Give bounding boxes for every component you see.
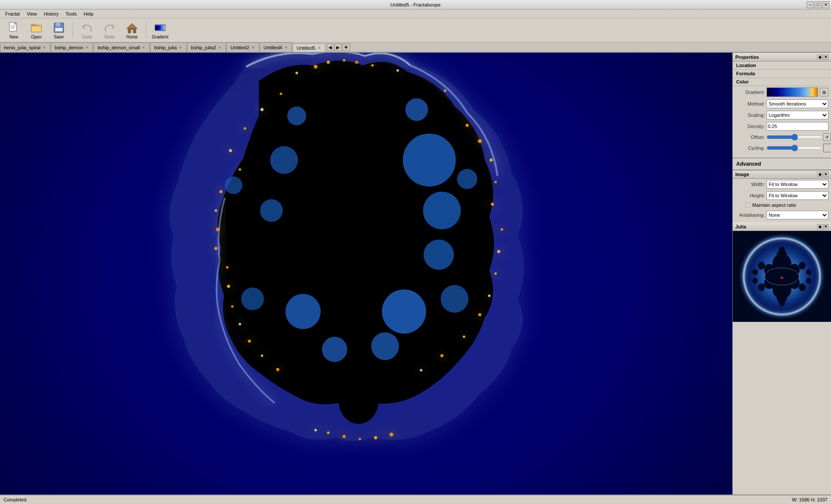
properties-close-button[interactable]: ✕	[823, 55, 828, 60]
location-section[interactable]: Location	[733, 61, 831, 70]
svg-point-99	[799, 283, 806, 291]
height-select[interactable]: Fit to Window 480 600 768 1080	[767, 191, 828, 200]
save-button[interactable]: Save	[48, 20, 69, 41]
svg-point-53	[215, 209, 217, 212]
svg-point-77	[248, 340, 251, 343]
svg-point-47	[390, 433, 393, 437]
julia-close-button[interactable]: ✕	[823, 224, 828, 229]
svg-point-39	[327, 61, 330, 64]
new-button[interactable]: New	[3, 20, 24, 41]
cycling-color-swatch[interactable]	[823, 144, 831, 152]
svg-point-105	[806, 278, 812, 284]
tab-henix-julia-spiral[interactable]: henix_julia_spiral ✕	[0, 42, 50, 52]
tab-navigation: ◀ ▶ +	[326, 42, 351, 52]
svg-point-23	[403, 134, 456, 187]
tab-close-btn[interactable]: ✕	[42, 45, 46, 50]
tab-close-btn[interactable]: ✕	[284, 45, 288, 50]
julia-preview[interactable]	[733, 231, 831, 322]
svg-point-90	[764, 264, 775, 276]
tab-untitled4[interactable]: Untitled4 ✕	[260, 42, 292, 52]
gradient-button[interactable]: Gradient	[150, 20, 171, 41]
save-label: Save	[54, 35, 64, 39]
image-panel-controls: ◆ ✕	[817, 172, 828, 177]
svg-point-57	[396, 69, 399, 72]
maximize-button[interactable]: □	[815, 1, 821, 8]
properties-pin-button[interactable]: ◆	[817, 55, 822, 60]
svg-point-45	[494, 181, 497, 183]
menubar: Fractal View History Tools Help	[0, 10, 831, 18]
image-pin-button[interactable]: ◆	[817, 172, 822, 177]
redo-button[interactable]: Redo	[99, 20, 120, 41]
cycling-slider[interactable]	[767, 144, 822, 151]
svg-rect-14	[155, 25, 165, 30]
menu-view[interactable]: View	[23, 10, 41, 17]
density-input[interactable]	[767, 122, 828, 131]
offset-reset-button[interactable]: ↺	[823, 133, 831, 141]
properties-title: Properties	[735, 55, 759, 60]
svg-point-35	[225, 177, 242, 194]
tab-close-btn[interactable]: ✕	[142, 45, 146, 50]
julia-panel-title: Julia	[735, 224, 746, 229]
fractal-canvas-area[interactable]	[0, 53, 732, 494]
tab-untitled2[interactable]: Untitled2 ✕	[226, 42, 259, 52]
svg-point-70	[244, 127, 246, 130]
svg-point-42	[371, 64, 374, 67]
svg-rect-4	[11, 28, 14, 29]
offset-slider[interactable]	[767, 134, 822, 141]
titlebar: Untitled5 - Fractalscope – □ ✕	[0, 0, 831, 10]
tab-close-btn[interactable]: ✕	[85, 45, 89, 50]
svg-point-28	[382, 289, 426, 334]
tab-close-btn[interactable]: ✕	[251, 45, 255, 50]
svg-point-58	[444, 90, 446, 92]
gradient-row: Gradient:	[733, 86, 831, 98]
svg-point-103	[806, 269, 812, 275]
offset-slider-container: ↺	[767, 133, 831, 141]
tab-bship-demon[interactable]: bship_demon ✕	[51, 42, 93, 52]
tab-prev-button[interactable]: ◀	[327, 43, 334, 51]
tab-bship-demon-small[interactable]: bship_demon_small ✕	[93, 42, 150, 52]
svg-point-44	[490, 158, 493, 161]
svg-point-104	[753, 278, 758, 284]
scaling-select[interactable]: Logarithm Linear None	[767, 111, 828, 119]
undo-button[interactable]: Undo	[77, 20, 97, 41]
tab-bship-julia2[interactable]: bship_julia2 ✕	[187, 42, 226, 52]
antialiasing-select[interactable]: None 2x2 4x4	[767, 211, 828, 219]
width-select[interactable]: Fit to Window 640 800 1024 1920	[767, 180, 828, 189]
tab-next-button[interactable]: ▶	[335, 43, 341, 51]
advanced-label[interactable]: Advanced	[733, 158, 831, 170]
gradient-bar[interactable]	[767, 87, 818, 97]
tab-close-btn[interactable]: ✕	[178, 45, 183, 50]
menu-help[interactable]: Help	[80, 10, 97, 17]
svg-point-76	[238, 323, 241, 325]
aspect-ratio-label: Maintain aspect ratio	[752, 202, 796, 208]
svg-point-66	[440, 354, 443, 357]
tab-label: henix_julia_spiral	[4, 45, 40, 50]
menu-history[interactable]: History	[40, 10, 62, 17]
spacer-1	[733, 154, 831, 158]
properties-controls: ◆ ✕	[817, 55, 828, 60]
image-close-button[interactable]: ✕	[823, 172, 828, 177]
density-label: Density:	[735, 124, 765, 129]
svg-rect-15	[155, 24, 165, 25]
julia-pin-button[interactable]: ◆	[817, 224, 822, 229]
redo-label: Redo	[104, 35, 115, 39]
formula-section[interactable]: Formula	[733, 70, 831, 78]
tab-close-btn[interactable]: ✕	[317, 46, 322, 50]
tab-close-btn[interactable]: ✕	[218, 45, 222, 50]
tab-untitled5[interactable]: Untitled5 ✕	[293, 43, 325, 53]
close-button[interactable]: ✕	[822, 1, 829, 8]
minimize-button[interactable]: –	[807, 1, 814, 8]
open-button[interactable]: Open	[26, 20, 47, 41]
svg-rect-11	[55, 28, 63, 32]
menu-tools[interactable]: Tools	[62, 10, 81, 17]
tab-bship-julia[interactable]: bship_julia ✕	[150, 42, 187, 52]
svg-point-64	[478, 313, 481, 316]
menu-fractal[interactable]: Fractal	[2, 10, 23, 17]
tab-add-button[interactable]: +	[342, 43, 350, 51]
home-button[interactable]: Home	[122, 20, 142, 41]
method-select[interactable]: Smooth Iterations Iterations Distance An…	[767, 100, 828, 108]
svg-point-27	[260, 199, 283, 222]
svg-rect-10	[57, 23, 58, 26]
aspect-ratio-checkbox[interactable]	[745, 202, 750, 208]
gradient-edit-button[interactable]: ⊞	[820, 88, 828, 96]
